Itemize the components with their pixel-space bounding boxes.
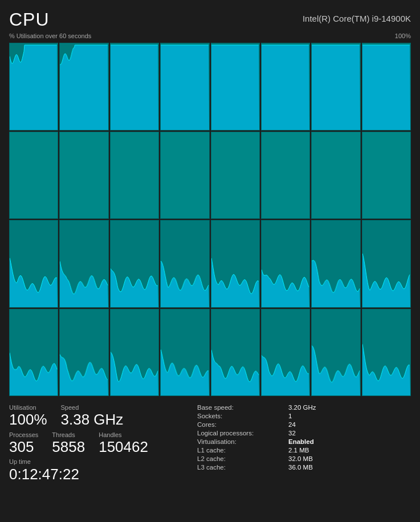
panel-header: CPU Intel(R) Core(TM) i9-14900K xyxy=(9,9,411,30)
cpu-model: Intel(R) Core(TM) i9-14900K xyxy=(303,14,411,23)
logical-val: 32 xyxy=(288,430,296,437)
stats-right: Base speed: 3.20 GHz Sockets: 1 Cores: 2… xyxy=(197,404,411,483)
info-table: Base speed: 3.20 GHz Sockets: 1 Cores: 2… xyxy=(197,404,411,472)
handles-value: 150462 xyxy=(99,439,148,455)
cores-val: 24 xyxy=(288,421,296,428)
utilisation-stat: Utilisation 100% xyxy=(9,404,47,428)
speed-value: 3.38 GHz xyxy=(61,411,124,428)
graph-cell-r1-c1 xyxy=(59,132,108,219)
graph-cell-r3-c3 xyxy=(160,309,209,397)
graph-cell-r3-c0 xyxy=(9,309,58,397)
utilisation-value: 100% xyxy=(9,411,47,428)
l3-val: 36.0 MB xyxy=(288,464,313,471)
graph-cell-r0-c0 xyxy=(9,43,58,130)
uptime-value: 0:12:47:22 xyxy=(9,466,197,483)
l2-row: L2 cache: 32.0 MB xyxy=(197,455,411,462)
subtitle-left: % Utilisation over 60 seconds xyxy=(9,32,91,39)
speed-stat: Speed 3.38 GHz xyxy=(61,404,124,428)
graph-cell-r1-c6 xyxy=(311,132,360,219)
threads-value: 5858 xyxy=(52,439,85,455)
graph-cell-r3-c5 xyxy=(261,309,310,397)
virtualisation-row: Virtualisation: Enabled xyxy=(197,438,411,445)
base-speed-row: Base speed: 3.20 GHz xyxy=(197,404,411,411)
graph-cell-r1-c0 xyxy=(9,132,58,219)
threads-label: Threads xyxy=(52,431,85,438)
graph-cell-r0-c4 xyxy=(211,43,260,130)
graph-cell-r2-c2 xyxy=(110,220,159,308)
graph-cell-r3-c6 xyxy=(311,309,360,397)
subtitle-right: 100% xyxy=(395,32,411,39)
l2-key: L2 cache: xyxy=(197,455,288,462)
cpu-title: CPU xyxy=(9,9,50,30)
cores-key: Cores: xyxy=(197,421,288,428)
graph-cell-r1-c5 xyxy=(261,132,310,219)
base-speed-key: Base speed: xyxy=(197,404,288,411)
graph-cell-r3-c4 xyxy=(211,309,260,397)
threads-stat: Threads 5858 xyxy=(52,431,85,455)
graph-cell-r0-c6 xyxy=(311,43,360,130)
uptime-label: Up time xyxy=(9,458,197,465)
graph-cell-r0-c3 xyxy=(160,43,209,130)
l1-key: L1 cache: xyxy=(197,447,288,454)
graph-cell-r1-c3 xyxy=(160,132,209,219)
logical-row: Logical processors: 32 xyxy=(197,430,411,437)
stats-section: Utilisation 100% Speed 3.38 GHz Processe… xyxy=(9,404,411,483)
graph-cell-r3-c1 xyxy=(59,309,108,397)
processes-stat: Processes 305 xyxy=(9,431,38,455)
graph-cell-r1-c2 xyxy=(110,132,159,219)
sockets-row: Sockets: 1 xyxy=(197,413,411,419)
cores-row: Cores: 24 xyxy=(197,421,411,428)
graph-cell-r2-c1 xyxy=(59,220,108,308)
l2-val: 32.0 MB xyxy=(288,455,313,462)
graph-cell-r3-c7 xyxy=(362,309,411,397)
l3-key: L3 cache: xyxy=(197,464,288,471)
handles-label: Handles xyxy=(99,431,148,438)
graph-cell-r3-c2 xyxy=(110,309,159,397)
handles-stat: Handles 150462 xyxy=(99,431,148,455)
graph-subtitle: % Utilisation over 60 seconds 100% xyxy=(9,32,411,39)
graph-cell-r0-c5 xyxy=(261,43,310,130)
graph-cell-r1-c4 xyxy=(211,132,260,219)
utilisation-speed-row: Utilisation 100% Speed 3.38 GHz xyxy=(9,404,197,428)
sockets-val: 1 xyxy=(288,413,292,419)
graph-cell-r0-c2 xyxy=(110,43,159,130)
graph-cell-r2-c5 xyxy=(261,220,310,308)
base-speed-val: 3.20 GHz xyxy=(288,404,316,411)
graph-cell-r2-c3 xyxy=(160,220,209,308)
stats-left: Utilisation 100% Speed 3.38 GHz Processe… xyxy=(9,404,197,483)
logical-key: Logical processors: xyxy=(197,430,288,437)
sockets-key: Sockets: xyxy=(197,413,288,419)
graph-cell-r0-c1 xyxy=(59,43,108,130)
l3-row: L3 cache: 36.0 MB xyxy=(197,464,411,471)
graph-cell-r2-c4 xyxy=(211,220,260,308)
graph-cell-r0-c7 xyxy=(362,43,411,130)
graph-cell-r2-c0 xyxy=(9,220,58,308)
l1-val: 2.1 MB xyxy=(288,447,309,454)
virtualisation-val: Enabled xyxy=(288,438,314,445)
processes-value: 305 xyxy=(9,439,38,455)
processes-label: Processes xyxy=(9,431,38,438)
cpu-panel: CPU Intel(R) Core(TM) i9-14900K % Utilis… xyxy=(0,0,420,522)
virtualisation-key: Virtualisation: xyxy=(197,438,288,445)
utilisation-label: Utilisation xyxy=(9,404,47,411)
cpu-graphs xyxy=(9,43,411,396)
uptime-section: Up time 0:12:47:22 xyxy=(9,458,197,483)
l1-row: L1 cache: 2.1 MB xyxy=(197,447,411,454)
graph-cell-r2-c7 xyxy=(362,220,411,308)
speed-label: Speed xyxy=(61,404,124,411)
processes-threads-row: Processes 305 Threads 5858 Handles 15046… xyxy=(9,431,197,455)
graph-cell-r1-c7 xyxy=(362,132,411,219)
graph-cell-r2-c6 xyxy=(311,220,360,308)
